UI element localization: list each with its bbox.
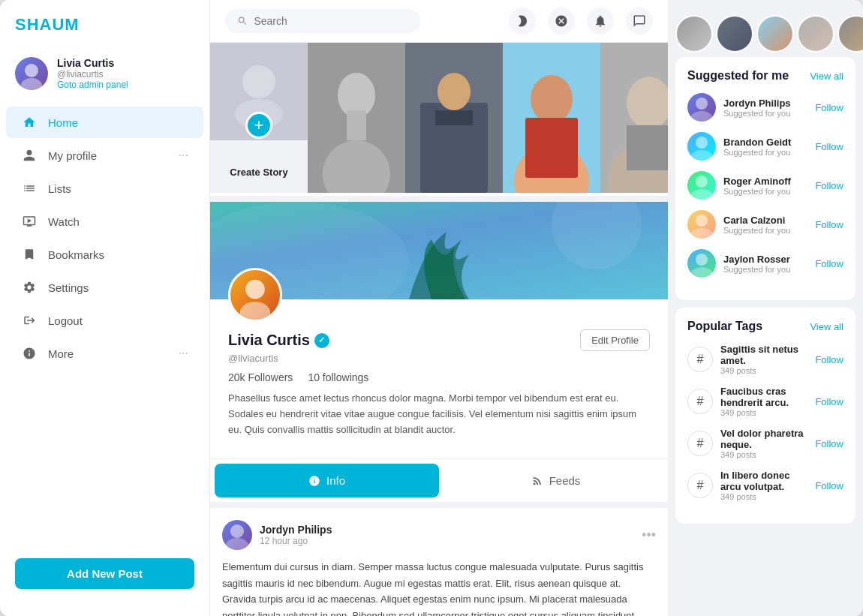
sidebar-item-more[interactable]: More ···: [6, 338, 203, 369]
bell-icon-button[interactable]: [587, 8, 614, 35]
svg-point-14: [531, 75, 573, 123]
story-item-4[interactable]: [600, 43, 668, 196]
svg-point-30: [230, 524, 244, 538]
search-bar[interactable]: [225, 9, 420, 33]
svg-point-39: [690, 150, 713, 161]
svg-rect-12: [435, 110, 473, 125]
svg-point-42: [696, 215, 708, 227]
sidebar-item-label: Home: [48, 116, 78, 129]
suggested-name-3: Carla Calzoni: [723, 215, 807, 226]
create-story-label: Create Story: [230, 167, 287, 178]
sidebar-item-my-profile[interactable]: My profile ···: [6, 140, 203, 171]
svg-point-43: [690, 228, 713, 239]
post-author-name: Jordyn Philips: [260, 524, 332, 536]
story-thumb-3[interactable]: [756, 15, 794, 53]
suggested-user-0: Jordyn Philips Suggested for you Follow: [687, 93, 843, 122]
tag-follow-button-1[interactable]: Follow: [815, 396, 843, 407]
suggested-avatar-4: [687, 249, 716, 278]
search-input[interactable]: [254, 15, 408, 27]
sidebar-item-watch[interactable]: Watch: [6, 206, 203, 237]
sidebar-user-info: Livia Curtis @liviacurtis Goto admin pan…: [0, 50, 209, 105]
sidebar-item-label: Watch: [48, 215, 80, 228]
svg-point-3: [242, 65, 275, 98]
brand-logo: SHAUM: [15, 15, 80, 35]
tag-count-2: 349 posts: [720, 450, 807, 459]
sidebar: SHAUM Livia Curtis @liviacurtis Goto adm…: [0, 0, 210, 616]
sidebar-item-lists[interactable]: Lists: [6, 173, 203, 204]
followers-count: 20k Followers: [228, 371, 293, 383]
tag-follow-button-3[interactable]: Follow: [815, 480, 843, 491]
edit-profile-button[interactable]: Edit Profile: [580, 329, 650, 351]
post-author-avatar: [222, 520, 252, 550]
create-story-plus-button[interactable]: +: [245, 112, 272, 139]
create-story-item[interactable]: + Create Story: [210, 43, 308, 193]
story-photo-1: [308, 43, 405, 193]
suggested-avatar-3: [687, 210, 716, 239]
sidebar-item-bookmarks[interactable]: Bookmarks: [6, 239, 203, 270]
suggested-sub-2: Suggested for you: [723, 187, 807, 196]
post-author: Jordyn Philips 12 hour ago: [222, 520, 332, 550]
story-item-2[interactable]: [405, 43, 503, 196]
tab-info[interactable]: Info: [215, 464, 439, 497]
user-handle: @liviacurtis: [57, 69, 194, 80]
story-thumb-4[interactable]: [797, 15, 834, 53]
suggested-avatar-2: [687, 171, 716, 200]
watch-icon: [21, 215, 38, 228]
tag-name-1: Faucibus cras hendrerit arcu.: [720, 386, 807, 408]
sidebar-item-home[interactable]: Home: [6, 107, 203, 138]
story-thumb-1[interactable]: [675, 15, 713, 53]
follow-button-2[interactable]: Follow: [815, 180, 843, 191]
person-icon: [21, 149, 38, 162]
suggested-info-4: Jaylon Rosser Suggested for you: [723, 254, 807, 274]
tag-count-3: 349 posts: [720, 492, 807, 501]
tab-feeds[interactable]: Feeds: [444, 459, 668, 502]
post-text: Elementum dui cursus in diam. Semper mas…: [222, 559, 656, 616]
story-thumb-2[interactable]: [716, 15, 753, 53]
suggested-user-3: Carla Calzoni Suggested for you Follow: [687, 210, 843, 239]
suggested-sub-0: Suggested for you: [723, 109, 807, 118]
svg-point-38: [696, 137, 708, 149]
post-options-button[interactable]: •••: [642, 527, 656, 543]
cancel-icon-button[interactable]: [548, 8, 575, 35]
tag-info-3: In libero donec arcu volutpat. 349 posts: [720, 470, 807, 501]
profile-handle: @liviacurtis: [228, 353, 650, 364]
tags-view-all[interactable]: View all: [810, 321, 843, 332]
follow-button-3[interactable]: Follow: [815, 219, 843, 230]
profile-section: Livia Curtis ✓ Edit Profile @liviacurtis…: [210, 202, 668, 502]
suggested-user-2: Roger Aminoff Suggested for you Follow: [687, 171, 843, 200]
svg-point-11: [438, 73, 471, 110]
story-thumb-5[interactable]: [837, 15, 863, 53]
suggested-info-3: Carla Calzoni Suggested for you: [723, 215, 807, 235]
suggested-view-all[interactable]: View all: [810, 71, 843, 82]
sidebar-item-settings[interactable]: Settings: [6, 272, 203, 303]
suggested-info-0: Jordyn Philips Suggested for you: [723, 98, 807, 118]
moon-icon-button[interactable]: [509, 8, 536, 35]
follow-button-1[interactable]: Follow: [815, 141, 843, 152]
svg-rect-20: [627, 125, 668, 170]
suggested-name-1: Brandon Geidt: [723, 137, 807, 148]
sidebar-item-logout[interactable]: Logout: [6, 305, 203, 336]
avatar: [15, 57, 48, 90]
message-icon-button[interactable]: [626, 8, 653, 35]
sidebar-item-label: Bookmarks: [48, 248, 104, 261]
add-new-post-button[interactable]: Add New Post: [15, 558, 194, 589]
bookmark-icon: [21, 248, 38, 261]
user-info: Livia Curtis @liviacurtis Goto admin pan…: [57, 57, 194, 90]
admin-panel-link[interactable]: Goto admin panel: [57, 80, 194, 90]
tag-follow-button-0[interactable]: Follow: [815, 354, 843, 365]
tag-follow-button-2[interactable]: Follow: [815, 438, 843, 449]
popular-tags-section: Popular Tags View all # Sagittis sit net…: [675, 308, 855, 524]
verified-badge: ✓: [314, 333, 329, 348]
tag-name-0: Sagittis sit netus amet.: [720, 344, 807, 366]
profile-display-name: Livia Curtis ✓: [228, 332, 329, 349]
post-header: Jordyn Philips 12 hour ago •••: [222, 520, 656, 550]
tags-section-header: Popular Tags View all: [687, 320, 843, 333]
suggested-name-2: Roger Aminoff: [723, 176, 807, 187]
profile-cover: [210, 202, 668, 299]
svg-rect-8: [347, 110, 366, 140]
follow-button-4[interactable]: Follow: [815, 258, 843, 269]
story-item-3[interactable]: [503, 43, 600, 196]
follow-button-0[interactable]: Follow: [815, 102, 843, 113]
story-item-1[interactable]: [308, 43, 405, 196]
tab-feeds-label: Feeds: [549, 474, 581, 487]
